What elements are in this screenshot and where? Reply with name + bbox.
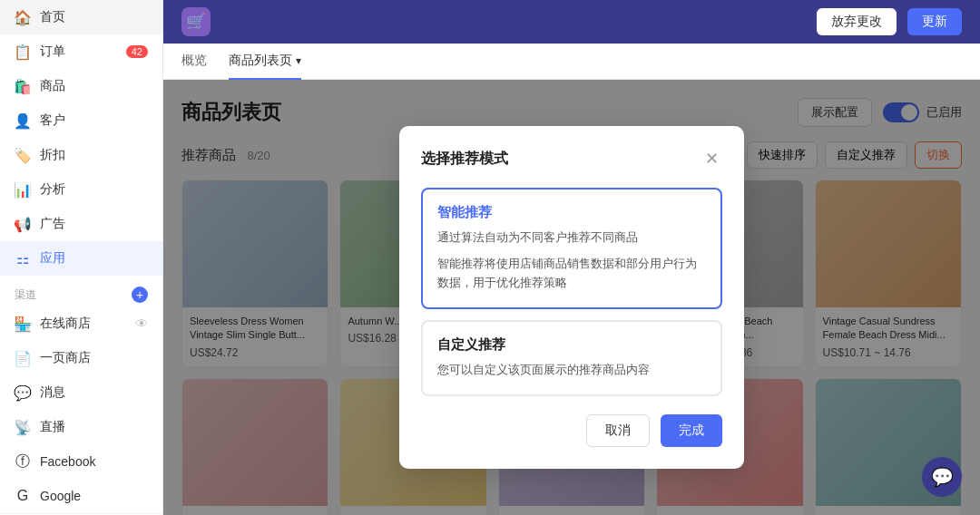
channels-label: 渠道 — [15, 287, 36, 303]
home-icon: 🏠 — [15, 9, 31, 25]
google-icon: G — [15, 488, 31, 504]
products-icon: 🛍️ — [15, 78, 31, 94]
sidebar-item-orders[interactable]: 📋 订单 42 — [0, 34, 162, 69]
sidebar-item-discounts[interactable]: 🏷️ 折扣 — [0, 138, 162, 172]
tab-product-list[interactable]: 商品列表页 ▾ — [229, 44, 301, 80]
sidebar-label-online-store: 在线商店 — [40, 316, 91, 332]
ads-icon: 📢 — [15, 216, 31, 232]
smart-recommendation-option[interactable]: 智能推荐 通过算法自动为不同客户推荐不同商品 智能推荐将使用店铺商品销售数据和部… — [421, 188, 722, 308]
orders-badge: 42 — [126, 45, 148, 58]
sidebar-label-live: 直播 — [40, 419, 65, 435]
sidebar-item-analytics[interactable]: 📊 分析 — [0, 172, 162, 207]
custom-recommendation-option[interactable]: 自定义推荐 您可以自定义该页面展示的推荐商品内容 — [421, 320, 722, 396]
sidebar-label-customers: 客户 — [40, 112, 65, 129]
modal-title: 选择推荐模式 — [421, 150, 508, 169]
custom-option-desc: 您可以自定义该页面展示的推荐商品内容 — [437, 361, 706, 380]
sidebar-label-discounts: 折扣 — [40, 147, 65, 163]
facebook-icon: ⓕ — [15, 453, 31, 470]
topbar: 🛒 放弃更改 更新 — [163, 0, 980, 44]
sidebar: 🏠 首页 📋 订单 42 🛍️ 商品 👤 客户 🏷️ 折扣 📊 分析 📢 广告 … — [0, 0, 163, 515]
sidebar-label-messages: 消息 — [40, 384, 65, 401]
sidebar-label-home: 首页 — [40, 9, 65, 25]
sidebar-item-google[interactable]: G Google — [0, 479, 162, 513]
analytics-icon: 📊 — [15, 181, 31, 198]
tab-overview[interactable]: 概览 — [181, 44, 207, 80]
sidebar-item-customers[interactable]: 👤 客户 — [0, 103, 162, 138]
online-store-icon: 🏪 — [15, 316, 31, 332]
modal-close-button[interactable]: ✕ — [701, 148, 722, 170]
sidebar-label-orders: 订单 — [40, 44, 65, 60]
sidebar-item-live[interactable]: 📡 直播 — [0, 410, 162, 444]
tab-product-list-label: 商品列表页 — [229, 53, 292, 69]
smart-option-title: 智能推荐 — [437, 204, 706, 221]
sidebar-item-ads[interactable]: 📢 广告 — [0, 207, 162, 241]
apps-icon: ⚏ — [15, 250, 31, 267]
sidebar-item-home[interactable]: 🏠 首页 — [0, 0, 162, 34]
customers-icon: 👤 — [15, 112, 31, 129]
sidebar-item-apps[interactable]: ⚏ 应用 — [0, 241, 162, 276]
one-page-icon: 📄 — [15, 350, 31, 366]
modal-cancel-button[interactable]: 取消 — [586, 414, 650, 447]
custom-option-title: 自定义推荐 — [437, 336, 706, 354]
sidebar-label-apps: 应用 — [40, 250, 65, 267]
eye-icon: 👁 — [135, 316, 148, 331]
sidebar-label-products: 商品 — [40, 78, 65, 94]
smart-option-desc1: 通过算法自动为不同客户推荐不同商品 — [437, 228, 706, 248]
sidebar-item-messages[interactable]: 💬 消息 — [0, 375, 162, 410]
sidebar-label-one-page: 一页商店 — [40, 350, 91, 366]
update-button[interactable]: 更新 — [907, 8, 962, 35]
sidebar-label-ads: 广告 — [40, 216, 65, 232]
sidebar-label-google: Google — [40, 489, 81, 503]
sidebar-label-analytics: 分析 — [40, 181, 65, 198]
modal-footer: 取消 完成 — [421, 414, 722, 447]
add-channel-button[interactable]: + — [132, 287, 148, 303]
sidebar-item-online-store[interactable]: 🏪 在线商店 👁 — [0, 306, 162, 341]
discard-button[interactable]: 放弃更改 — [817, 8, 897, 35]
orders-icon: 📋 — [15, 44, 31, 60]
sidebar-item-products[interactable]: 🛍️ 商品 — [0, 69, 162, 103]
live-icon: 📡 — [15, 419, 31, 435]
smart-option-desc2: 智能推荐将使用店铺商品销售数据和部分用户行为数据，用于优化推荐策略 — [437, 255, 706, 293]
tabs-bar: 概览 商品列表页 ▾ — [163, 44, 980, 80]
topbar-app-icon: 🛒 — [181, 7, 211, 36]
modal-overlay: 选择推荐模式 ✕ 智能推荐 通过算法自动为不同客户推荐不同商品 智能推荐将使用店… — [163, 80, 980, 515]
sidebar-label-facebook: Facebook — [40, 454, 95, 469]
channels-section: 渠道 + — [0, 276, 162, 306]
page-content: 商品列表页 展示配置 已启用 推荐商品 8/20 快速排序 自定义推荐 切换 — [163, 80, 980, 515]
sidebar-item-one-page[interactable]: 📄 一页商店 — [0, 341, 162, 375]
chat-button[interactable]: 💬 — [922, 457, 962, 497]
chevron-down-icon: ▾ — [296, 54, 301, 67]
modal-confirm-button[interactable]: 完成 — [661, 414, 722, 447]
messages-icon: 💬 — [15, 384, 31, 401]
main-content: 🛒 放弃更改 更新 概览 商品列表页 ▾ 商品列表页 展示配置 已启用 推荐商品 — [163, 0, 980, 515]
discounts-icon: 🏷️ — [15, 147, 31, 163]
sidebar-item-facebook[interactable]: ⓕ Facebook — [0, 444, 162, 479]
modal-header: 选择推荐模式 ✕ — [421, 148, 722, 170]
modal: 选择推荐模式 ✕ 智能推荐 通过算法自动为不同客户推荐不同商品 智能推荐将使用店… — [399, 126, 744, 468]
